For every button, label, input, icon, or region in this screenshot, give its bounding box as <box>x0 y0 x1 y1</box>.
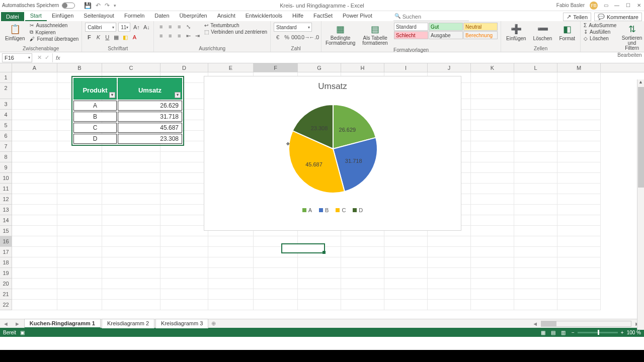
cell[interactable] <box>57 268 102 279</box>
style-calc[interactable]: Berechnung <box>463 31 498 39</box>
cell[interactable] <box>12 300 57 310</box>
copy-button[interactable]: ⧉Kopieren <box>30 29 78 35</box>
cell[interactable] <box>341 268 384 279</box>
horizontal-scrollbar[interactable] <box>541 321 631 327</box>
align-left-icon[interactable]: ≡ <box>157 32 165 40</box>
legend-item-A[interactable]: A <box>302 207 312 213</box>
ribbon-tab-hilfe[interactable]: Hilfe <box>287 11 308 21</box>
cell[interactable] <box>341 279 384 289</box>
cell[interactable] <box>428 289 471 300</box>
cell[interactable] <box>384 257 428 268</box>
cell[interactable] <box>557 162 601 173</box>
cell[interactable] <box>514 110 557 120</box>
file-tab[interactable]: Datei <box>1 12 24 21</box>
ribbon-tab-formeln[interactable]: Formeln <box>119 11 149 21</box>
align-center-icon[interactable]: ≡ <box>166 32 174 40</box>
orientation-icon[interactable]: ⤡ <box>184 23 192 31</box>
cell[interactable] <box>160 205 208 215</box>
cell[interactable] <box>102 268 160 279</box>
zoom-out-icon[interactable]: − <box>572 330 575 335</box>
search-input[interactable] <box>393 13 469 21</box>
legend-item-D[interactable]: D <box>353 207 363 213</box>
cell[interactable] <box>160 279 208 289</box>
page-break-icon[interactable]: ▥ <box>559 330 568 335</box>
cell[interactable] <box>557 152 601 162</box>
fx-icon[interactable]: fx <box>53 55 63 61</box>
cell[interactable] <box>557 300 601 310</box>
row-header[interactable]: 12 <box>0 194 12 205</box>
cell[interactable] <box>208 279 254 289</box>
cell[interactable] <box>471 226 514 236</box>
cell[interactable] <box>12 162 57 173</box>
style-good[interactable]: Gut <box>429 23 463 31</box>
cell[interactable] <box>557 110 601 120</box>
cell[interactable] <box>557 83 601 99</box>
cell[interactable] <box>102 257 160 268</box>
filter-icon[interactable]: ▾ <box>109 92 115 98</box>
col-header-M[interactable]: M <box>557 63 601 72</box>
ribbon-tab-entwicklertools[interactable]: Entwicklertools <box>240 11 287 21</box>
cell[interactable] <box>514 120 557 131</box>
align-right-icon[interactable]: ≡ <box>175 32 183 40</box>
cell[interactable] <box>102 236 160 247</box>
cell[interactable] <box>341 247 384 257</box>
clear-button[interactable]: ◇Löschen <box>584 36 616 41</box>
row-header[interactable]: 7 <box>0 141 12 152</box>
font-color-button[interactable]: A <box>130 33 138 41</box>
cell[interactable] <box>12 131 57 141</box>
cell-revenue[interactable]: 31.718 <box>118 112 182 122</box>
cell-revenue[interactable]: 26.629 <box>118 101 182 111</box>
cell[interactable] <box>208 236 254 247</box>
cell[interactable] <box>471 110 514 120</box>
table-row[interactable]: D23.308 <box>73 134 182 144</box>
ribbon-display-icon[interactable]: ▭ <box>603 3 609 9</box>
row-header[interactable]: 1 <box>0 72 12 83</box>
cell[interactable] <box>12 194 57 205</box>
col-header-F[interactable]: F <box>254 63 298 72</box>
sheet-tab[interactable]: Kuchen-Ringdiagramm 1 <box>24 319 101 328</box>
row-header[interactable]: 10 <box>0 173 12 184</box>
col-header-G[interactable]: G <box>298 63 341 72</box>
cell[interactable] <box>471 184 514 194</box>
cell[interactable] <box>514 268 557 279</box>
user-avatar[interactable]: FB <box>590 2 598 10</box>
underline-button[interactable]: U <box>103 33 111 41</box>
cell[interactable] <box>557 289 601 300</box>
cell[interactable] <box>12 226 57 236</box>
cell[interactable] <box>102 300 160 310</box>
cell[interactable] <box>102 205 160 215</box>
cell[interactable] <box>12 141 57 152</box>
cell[interactable] <box>341 257 384 268</box>
new-sheet-icon[interactable]: ⊕ <box>208 320 219 327</box>
cell[interactable] <box>557 173 601 184</box>
font-size-combo[interactable]: 11 <box>118 23 130 32</box>
cell[interactable] <box>12 205 57 215</box>
row-header[interactable]: 13 <box>0 205 12 215</box>
cell[interactable] <box>471 72 514 83</box>
cell[interactable] <box>514 184 557 194</box>
cell[interactable] <box>57 173 102 184</box>
cell[interactable] <box>57 257 102 268</box>
increase-font-icon[interactable]: A↑ <box>132 23 140 31</box>
table-header-product[interactable]: Produkt▾ <box>73 78 117 100</box>
row-header[interactable]: 4 <box>0 110 12 120</box>
cell[interactable] <box>514 72 557 83</box>
number-format-combo[interactable]: Standard <box>274 23 312 32</box>
format-as-table-button[interactable]: ▤Als Tabelle formatieren <box>359 23 391 47</box>
cell[interactable] <box>557 194 601 205</box>
ribbon-tab-power pivot[interactable]: Power Pivot <box>338 11 377 21</box>
cell[interactable] <box>160 226 208 236</box>
table-row[interactable]: A26.629 <box>73 101 182 111</box>
cell[interactable] <box>160 300 208 310</box>
ribbon-tab-daten[interactable]: Daten <box>149 11 174 21</box>
cell[interactable] <box>514 257 557 268</box>
col-header-C[interactable]: C <box>102 63 160 72</box>
enter-formula-icon[interactable]: ✓ <box>45 54 49 61</box>
zoom-slider[interactable] <box>578 332 618 333</box>
table-row[interactable]: C45.687 <box>73 123 182 133</box>
cell[interactable] <box>384 268 428 279</box>
cell[interactable] <box>428 300 471 310</box>
autosave-toggle[interactable]: Automatisches Speichern <box>2 3 75 9</box>
row-header[interactable]: 20 <box>0 279 12 289</box>
cell[interactable] <box>514 152 557 162</box>
